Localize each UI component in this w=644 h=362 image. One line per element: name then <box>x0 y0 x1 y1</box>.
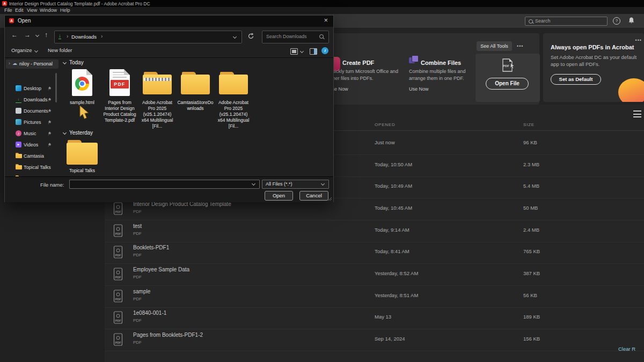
open-button[interactable]: Open <box>265 191 293 201</box>
group-header-yesterday[interactable]: Yesterday <box>69 130 93 136</box>
file-name: Booklets-PDF1 <box>133 245 169 250</box>
resize-grip[interactable] <box>328 197 332 201</box>
sidebar-item-onedrive[interactable]: › ☁ niloy - Personal <box>6 60 58 69</box>
breadcrumb-downloads[interactable]: Downloads <box>71 34 97 40</box>
file-name: Employee Sample Data <box>133 267 189 272</box>
open-file-card[interactable]: PDF Open File <box>475 54 540 102</box>
recent-file-row[interactable]: PDF Booklets-PDF1 PDF Today, 8:41 AM 765… <box>105 242 644 264</box>
cancel-button[interactable]: Cancel <box>299 191 328 201</box>
pin-icon <box>47 109 52 114</box>
new-folder-button[interactable]: New folder <box>48 47 72 53</box>
sidebar-item-videos[interactable]: ▶ Videos <box>5 141 58 151</box>
pdf-file-icon: PDF <box>109 69 130 96</box>
forward-button[interactable]: → <box>24 31 31 39</box>
acrobat-search-input[interactable]: Search <box>525 17 608 26</box>
thumbnail-view-icon[interactable] <box>290 48 298 55</box>
file-name: sample <box>133 289 150 294</box>
group-collapse-chevron-icon[interactable] <box>63 131 67 135</box>
column-size[interactable]: SIZE <box>523 122 535 127</box>
recent-file-row[interactable]: PDF sample PDF Yesterday, 8:51 AM 56 KB <box>105 286 644 308</box>
help-icon[interactable]: ? <box>613 17 620 25</box>
menu-edit[interactable]: Edit <box>15 8 24 13</box>
file-opened: Just now <box>375 139 395 145</box>
view-options-chevron-icon[interactable] <box>300 49 304 53</box>
sidebar-root-label: niloy - Personal <box>19 61 53 67</box>
recent-file-row[interactable]: PDF Pages from Booklets-PDF1-2 PDF Sep 1… <box>105 329 644 351</box>
file-tile-sample-html[interactable]: sample.html <box>64 69 100 96</box>
organize-button[interactable]: Organize <box>11 47 32 53</box>
sidebar-item-desktop[interactable]: Desktop <box>5 84 58 95</box>
recent-file-row[interactable]: PDF test PDF Today, 9:14 AM 2.4 MB <box>105 220 644 242</box>
file-tile-topical-talks[interactable]: Topical Talks <box>64 137 100 165</box>
address-dropdown-chevron-icon[interactable] <box>233 35 237 39</box>
list-view-icon[interactable] <box>633 110 641 117</box>
menu-help[interactable]: Help <box>60 8 70 13</box>
expander-icon[interactable]: › <box>9 61 10 66</box>
column-opened[interactable]: OPENED <box>375 122 396 127</box>
file-tile-pages-from-template[interactable]: PDF Pages from Interior Design Product C… <box>101 69 138 96</box>
sidebar-item-label: Music <box>24 131 36 136</box>
recent-file-row[interactable]: PDF Employee Sample Data PDF Yesterday, … <box>105 264 644 286</box>
preview-pane-icon[interactable] <box>310 48 317 55</box>
folder-icon <box>67 140 98 165</box>
info-icon[interactable]: i <box>321 47 328 54</box>
refresh-icon[interactable] <box>247 33 254 40</box>
folder-icon <box>181 72 210 94</box>
panel-more-icon[interactable]: ••• <box>635 38 642 43</box>
tools-more-icon[interactable]: ••• <box>517 43 523 49</box>
sidebar-item-pictures[interactable]: Pictures <box>5 118 58 129</box>
svg-text:PDF: PDF <box>115 341 122 344</box>
recent-file-row[interactable]: PDF 1e0840-001-1 PDF May 13 189 KB <box>105 307 644 329</box>
close-icon[interactable]: × <box>324 16 328 24</box>
set-default-title: Always open PDFs in Acrobat <box>551 44 634 50</box>
create-pdf-title[interactable]: Create PDF <box>342 60 374 66</box>
file-tile-camtasia-store[interactable]: CamtasiaStoreDownloads <box>177 69 214 94</box>
sidebar-item-documents[interactable]: Documents <box>5 107 58 117</box>
file-tile-label: Pages from Interior Design Product Catal… <box>101 100 138 123</box>
group-collapse-chevron-icon[interactable] <box>63 61 67 64</box>
combine-files-title[interactable]: Combine Files <box>421 60 461 66</box>
set-as-default-button[interactable]: Set as Default <box>551 74 601 85</box>
dialog-search-input[interactable]: Search Downloads <box>262 31 329 43</box>
dialog-title: Open <box>18 18 31 24</box>
file-size: 50 MB <box>523 205 538 211</box>
crumb-separator: › <box>101 33 103 39</box>
sidebar-item-label: Downloads <box>24 97 48 102</box>
pdf-file-icon: PDF <box>113 290 123 305</box>
tools-panel: See All Tools ••• Create PDF Quickly tur… <box>322 33 539 105</box>
file-tile-acrobat-folder[interactable]: Adobe Acrobat Pro 2025 (v25.1.20474) x64… <box>215 69 252 94</box>
file-opened: Yesterday, 8:51 AM <box>375 292 418 298</box>
file-size: 56 KB <box>523 292 537 298</box>
file-type-select[interactable]: All Files (*.*) <box>262 180 329 189</box>
sidebar-item-downloads[interactable]: ↓ Downloads <box>5 95 58 106</box>
pdf-file-icon: PDF <box>113 202 123 218</box>
sidebar-item-camtasia[interactable]: Camtasia <box>5 152 58 162</box>
onedrive-cloud-icon: ☁ <box>12 61 17 66</box>
menu-window[interactable]: Window <box>40 8 57 13</box>
menu-file[interactable]: File <box>4 8 12 13</box>
file-name: Pages from Booklets-PDF1-2 <box>133 332 203 338</box>
file-name-dropdown-chevron-icon[interactable] <box>252 182 255 186</box>
notifications-bell-icon[interactable] <box>628 17 635 24</box>
up-button[interactable]: ↑ <box>45 31 48 39</box>
acrobat-app-icon: A <box>2 1 7 6</box>
file-name-input[interactable] <box>69 180 260 189</box>
group-header-today[interactable]: Today <box>69 60 84 65</box>
menu-view[interactable]: View <box>27 8 37 13</box>
sidebar-item-topical-talks[interactable]: Topical Talks <box>5 163 58 174</box>
sidebar-item-music[interactable]: ♪ Music <box>5 129 58 140</box>
back-button[interactable]: ← <box>11 31 18 39</box>
search-icon <box>319 34 324 39</box>
combine-files-use-now[interactable]: Use Now <box>409 86 429 92</box>
combine-files-desc: Combine multiple files and arrange them … <box>409 68 473 82</box>
address-bar[interactable]: ↓ › Downloads › <box>54 31 242 43</box>
file-tile-acrobat-zip[interactable]: Adobe Acrobat Pro 2025 (v25.1.20474) x64… <box>139 69 175 94</box>
open-file-button[interactable]: Open File <box>486 78 529 90</box>
file-type: PDF <box>133 231 142 236</box>
pin-icon <box>47 98 52 102</box>
svg-text:PDF: PDF <box>115 298 122 301</box>
clear-recent-link[interactable]: Clear R <box>618 346 635 352</box>
recent-locations-chevron-icon[interactable] <box>35 33 39 37</box>
see-all-tools-button[interactable]: See All Tools <box>477 41 512 51</box>
sidebar-item-label: Camtasia <box>24 153 44 159</box>
